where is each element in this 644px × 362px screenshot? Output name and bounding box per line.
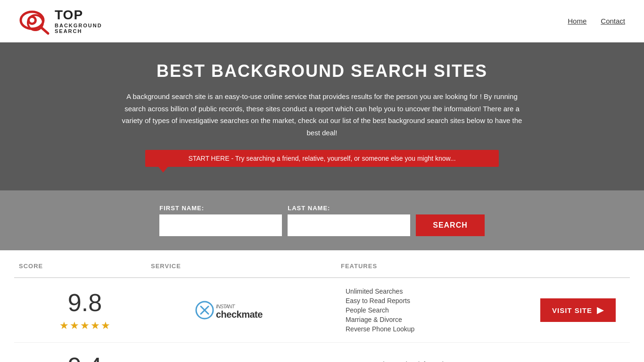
svg-text:INSTANT: INSTANT (216, 304, 236, 309)
hero-title: BEST BACKGROUND SEARCH SITES (9, 61, 635, 81)
table-header-row: SCORE SERVICE FEATURES (14, 255, 630, 278)
last-name-label: LAST NAME: (288, 205, 410, 212)
score-value-2: 9.4 (68, 352, 102, 362)
service-column: INSTANT checkmate (151, 296, 341, 324)
star-5: ★ (101, 320, 110, 332)
feature-5: Reverse Phone Lookup (346, 325, 531, 333)
callout-text: START HERE - Try searching a friend, rel… (188, 155, 455, 162)
hero-description: A background search site is an easy-to-u… (119, 90, 525, 139)
star-2: ★ (70, 320, 79, 332)
col-features-header: FEATURES (341, 263, 531, 270)
service-column-2: People Looker (151, 360, 341, 362)
peoplelooker-logo: People Looker (194, 360, 298, 362)
arrow-icon: ▶ (597, 305, 604, 315)
table-row: 9.4 ★ ★ ★ ★ ★ People Looker Accurate and… (14, 343, 630, 362)
hero-section: BEST BACKGROUND SEARCH SITES A backgroun… (0, 42, 644, 190)
star-rating: ★ ★ ★ ★ ★ (59, 320, 110, 332)
score-value: 9.8 (68, 288, 102, 317)
visit-site-button-1[interactable]: VISIT SITE ▶ (540, 298, 616, 322)
svg-text:checkmate: checkmate (216, 309, 263, 320)
col-service-header: SERVICE (151, 263, 341, 270)
col-action-header (531, 263, 625, 270)
visit-label-1: VISIT SITE (552, 306, 592, 314)
search-section: FIRST NAME: LAST NAME: SEARCH (0, 190, 644, 250)
logo-icon (19, 7, 52, 35)
star-3: ★ (80, 320, 90, 332)
search-form: FIRST NAME: LAST NAME: SEARCH (110, 205, 534, 236)
main-nav: Home Contact (568, 17, 625, 25)
col-score-header: SCORE (19, 263, 151, 270)
feature-3: People Search (346, 306, 531, 314)
score-column-2: 9.4 ★ ★ ★ ★ ★ (19, 352, 151, 362)
logo-sub-line1: BACKGROUND (55, 23, 102, 28)
table-row: 9.8 ★ ★ ★ ★ ★ INSTANT checkmate (14, 278, 630, 343)
site-header: TOP BACKGROUND SEARCH Home Contact (0, 0, 644, 42)
logo-sub-line2: SEARCH (55, 28, 102, 34)
feature-1: Unlimited Searches (346, 288, 531, 295)
checkmate-logo: INSTANT checkmate (194, 296, 298, 324)
feature-2: Easy to Read Reports (346, 297, 531, 304)
features-column: Unlimited Searches Easy to Read Reports … (341, 288, 531, 333)
last-name-input[interactable] (288, 214, 410, 236)
visit-column: VISIT SITE ▶ (531, 298, 625, 322)
first-name-label: FIRST NAME: (159, 205, 282, 212)
first-name-group: FIRST NAME: (159, 205, 282, 236)
svg-point-2 (30, 18, 34, 23)
logo-text: TOP BACKGROUND SEARCH (55, 8, 102, 34)
logo: TOP BACKGROUND SEARCH (19, 7, 102, 35)
logo-top-label: TOP (55, 8, 102, 23)
first-name-input[interactable] (159, 214, 282, 236)
nav-home[interactable]: Home (568, 17, 586, 25)
search-button[interactable]: SEARCH (416, 214, 485, 236)
score-column: 9.8 ★ ★ ★ ★ ★ (19, 288, 151, 332)
star-4: ★ (91, 320, 100, 332)
nav-contact[interactable]: Contact (601, 17, 625, 25)
callout-bar: START HERE - Try searching a friend, rel… (145, 150, 499, 167)
results-table: SCORE SERVICE FEATURES 9.8 ★ ★ ★ ★ ★ (0, 255, 644, 362)
star-1: ★ (59, 320, 69, 332)
feature-4: Marriage & Divorce (346, 316, 531, 323)
last-name-group: LAST NAME: (288, 205, 410, 236)
